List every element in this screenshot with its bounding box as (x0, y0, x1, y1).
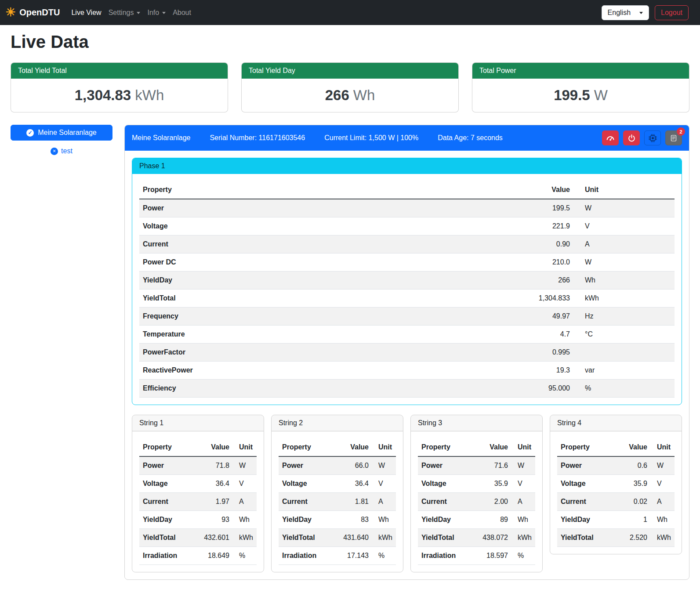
row-property: YieldDay (279, 511, 332, 529)
phase-card: Phase 1 Property Value Unit (132, 158, 682, 405)
row-value: 19.3 (399, 362, 573, 380)
summary-value: 1,304.83 (75, 87, 131, 103)
phase-title: Phase 1 (132, 158, 682, 174)
table-row: YieldTotal 438.072 kWh (418, 529, 535, 547)
row-unit: A (573, 235, 675, 253)
row-unit: kWh (233, 529, 257, 547)
power-icon (628, 134, 635, 142)
string-table: Property Value Unit Power (418, 438, 535, 565)
row-unit: V (651, 475, 675, 493)
column-header-unit: Unit (233, 438, 257, 456)
row-property: ReactivePower (139, 362, 399, 380)
table-row: Current 2.00 A (418, 493, 535, 511)
row-unit: A (372, 493, 396, 511)
string-card-3: String 3 Property Value Unit (410, 415, 543, 572)
table-row: Voltage 221.9 V (139, 217, 675, 235)
inverter-select-button[interactable]: ✓ Meine Solaranlage (11, 125, 112, 141)
nav-about[interactable]: About (173, 9, 191, 17)
table-row: Power 199.5 W (139, 199, 675, 217)
nav-info[interactable]: Info (147, 9, 166, 17)
nav-live-view-label: Live View (71, 9, 101, 17)
row-unit: V (573, 217, 675, 235)
row-property: Voltage (557, 475, 610, 493)
row-value: 2.00 (471, 493, 511, 511)
row-value: 199.5 (399, 199, 573, 217)
chevron-down-icon (639, 12, 643, 14)
row-unit: Wh (651, 511, 675, 529)
inverter-panel-header: Meine Solaranlage Serial Number: 1161716… (125, 125, 689, 151)
row-value: 83 (332, 511, 372, 529)
event-log-button[interactable]: 2 (665, 130, 682, 145)
nav-settings[interactable]: Settings (109, 9, 141, 17)
row-unit: W (651, 456, 675, 475)
limit-settings-button[interactable] (602, 130, 619, 145)
row-property: Current (418, 493, 471, 511)
nav-live-view[interactable]: Live View (71, 9, 101, 17)
inverter-link-test[interactable]: × test (11, 147, 112, 155)
row-unit: Hz (573, 308, 675, 326)
row-unit (573, 344, 675, 362)
string-table: Property Value Unit Power (557, 438, 675, 547)
row-property: Voltage (418, 475, 471, 493)
string-card-title: String 1 (132, 415, 264, 431)
page-title: Live Data (11, 32, 689, 52)
table-header-row: Property Value Unit (418, 438, 535, 456)
row-property: Power (279, 456, 332, 475)
row-unit: °C (573, 326, 675, 344)
row-property: Power (139, 199, 399, 217)
table-header-row: Property Value Unit (139, 438, 257, 456)
string-table: Property Value Unit Power (279, 438, 396, 565)
table-row: YieldTotal 1,304.833 kWh (139, 289, 675, 308)
row-property: Power (557, 456, 610, 475)
summary-card-title: Total Power (472, 63, 689, 79)
row-property: Irradiation (279, 547, 332, 565)
strings-row: String 1 Property Value Unit (132, 415, 682, 572)
row-value: 35.9 (610, 475, 651, 493)
row-unit: kWh (573, 289, 675, 308)
row-unit: W (233, 456, 257, 475)
navbar: ☀ OpenDTU Live View Settings Info About … (0, 0, 700, 25)
string-card-title: String 3 (411, 415, 542, 431)
summary-card-title: Total Yield Day (242, 63, 458, 79)
inverter-serial: Serial Number: 116171603546 (210, 134, 305, 142)
row-unit: W (511, 456, 535, 475)
brand-link[interactable]: ☀ OpenDTU (5, 7, 60, 18)
logout-button[interactable]: Logout (655, 5, 689, 20)
row-value: 221.9 (399, 217, 573, 235)
string-card-title: String 4 (550, 415, 682, 431)
row-value: 66.0 (332, 456, 372, 475)
column-header-value: Value (610, 438, 651, 456)
row-property: Temperature (139, 326, 399, 344)
summary-unit: kWh (135, 87, 164, 103)
table-row: Irradiation 18.649 % (139, 547, 257, 565)
row-value: 17.143 (332, 547, 372, 565)
table-row: YieldTotal 431.640 kWh (279, 529, 396, 547)
table-row: Frequency 49.97 Hz (139, 308, 675, 326)
device-info-button[interactable] (644, 130, 661, 145)
summary-card-body: 1,304.83kWh (11, 79, 228, 112)
row-value: 36.4 (192, 475, 233, 493)
phase-table: Property Value Unit Power (139, 181, 675, 398)
row-property: Voltage (279, 475, 332, 493)
table-row: Power DC 210.0 W (139, 253, 675, 271)
summary-value: 266 (325, 87, 349, 103)
power-settings-button[interactable] (623, 130, 640, 145)
gauge-icon (606, 134, 615, 141)
table-header-row: Property Value Unit (557, 438, 675, 456)
row-unit: V (372, 475, 396, 493)
summary-card-body: 199.5W (472, 79, 689, 112)
row-unit: kWh (372, 529, 396, 547)
row-property: Power (139, 456, 192, 475)
row-property: Current (279, 493, 332, 511)
row-value: 93 (192, 511, 233, 529)
row-unit: % (573, 380, 675, 398)
check-circle-icon: ✓ (26, 129, 34, 137)
string-card-2: String 2 Property Value Unit (271, 415, 403, 572)
table-row: Irradiation 18.597 % (418, 547, 535, 565)
row-unit: A (233, 493, 257, 511)
summary-card-total-yield-total: Total Yield Total 1,304.83kWh (11, 62, 228, 112)
language-select[interactable]: English (602, 5, 649, 20)
inverter-sidebar: ✓ Meine Solaranlage × test (11, 125, 112, 155)
column-header-property: Property (279, 438, 332, 456)
row-value: 0.6 (610, 456, 651, 475)
